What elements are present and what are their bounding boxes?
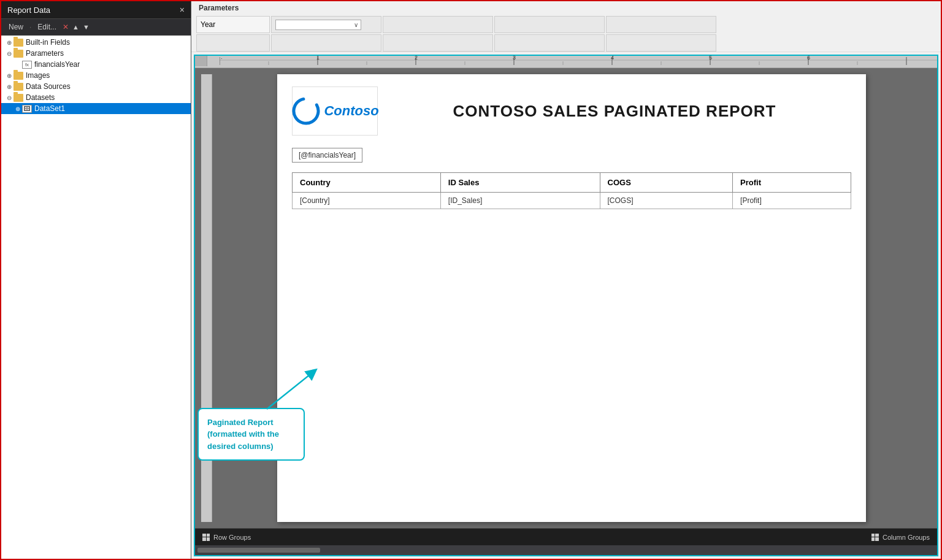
- param-empty-4: [196, 34, 270, 52]
- folder-icon-parameters: [13, 50, 23, 58]
- tree-item-built-in-fields[interactable]: ⊕ Built-in Fields: [1, 37, 191, 48]
- report-title: CONTOSO SALES PAGINATED REPORT: [378, 86, 851, 136]
- tree-item-datasets[interactable]: ⊖ Datasets: [1, 92, 191, 103]
- bottom-bar: Row Groups Column Groups: [195, 528, 937, 545]
- folder-icon-data-sources: [13, 83, 23, 91]
- move-up-icon[interactable]: ▲: [72, 23, 79, 31]
- params-grid: Year ∨: [196, 16, 936, 52]
- ruler-bar: · 1 2 3 4 5 6: [195, 56, 937, 68]
- row-groups-icon: [202, 534, 210, 541]
- year-dropdown-arrow: ∨: [354, 21, 358, 28]
- toggle-datasets[interactable]: ⊖: [5, 94, 13, 101]
- panel-title-text: Report Data: [7, 6, 50, 15]
- tree-item-dataset1[interactable]: ⊕ DataSet1: [1, 103, 191, 114]
- new-button[interactable]: New: [6, 21, 26, 33]
- param-empty-3: [606, 16, 716, 33]
- scroll-thumb[interactable]: [197, 548, 320, 553]
- folder-icon-images: [13, 72, 23, 80]
- panel-toolbar: New · Edit... ✕ ▲ ▼: [1, 19, 191, 36]
- canvas-wrapper: · 1 2 3 4 5 6: [194, 55, 938, 556]
- callout-arrow-svg: [261, 366, 322, 412]
- toggle-images[interactable]: ⊕: [5, 72, 13, 79]
- col-header-profit: Profit: [733, 173, 851, 193]
- col-header-cogs: COGS: [600, 173, 733, 193]
- col-header-country: Country: [293, 173, 441, 193]
- year-dropdown-cell[interactable]: ∨: [271, 16, 381, 33]
- tree-label-financials-year: financialsYear: [34, 60, 80, 69]
- year-label: Year: [201, 20, 215, 29]
- param-empty-7: [494, 34, 605, 52]
- move-down-icon[interactable]: ▼: [83, 23, 90, 31]
- dataset-icon: [22, 105, 32, 113]
- folder-icon-datasets: [13, 94, 23, 102]
- tree-item-parameters[interactable]: ⊖ Parameters: [1, 48, 191, 59]
- tree-label-images: Images: [26, 71, 50, 80]
- toggle-built-in[interactable]: ⊕: [5, 39, 13, 46]
- ruler-svg: · 1 2 3 4 5 6: [220, 56, 937, 66]
- svg-line-24: [267, 372, 313, 409]
- param-empty-6: [383, 34, 493, 52]
- tree-label-dataset1: DataSet1: [34, 104, 65, 113]
- svg-text:2: 2: [415, 56, 418, 61]
- report-header: Contoso CONTOSO SALES PAGINATED REPORT: [292, 86, 851, 136]
- report-page: Contoso CONTOSO SALES PAGINATED REPORT […: [277, 74, 866, 522]
- table-header-row: Country ID Sales COGS Profit: [293, 173, 851, 193]
- svg-text:3: 3: [513, 56, 516, 61]
- delete-icon[interactable]: ✕: [63, 23, 69, 31]
- params-bar-title: Parameters: [196, 4, 936, 12]
- param-icon-financials: fx: [22, 61, 32, 69]
- cell-country: [Country]: [293, 193, 441, 209]
- report-year-row: [@financialsYear]: [292, 148, 851, 163]
- tree-item-data-sources[interactable]: ⊕ Data Sources: [1, 81, 191, 92]
- panel-title-bar: Report Data ×: [1, 1, 191, 19]
- row-groups-label: Row Groups: [202, 534, 251, 541]
- canvas-area: Contoso CONTOSO SALES PAGINATED REPORT […: [195, 68, 937, 528]
- tree-label-built-in: Built-in Fields: [26, 38, 70, 47]
- params-bar: Parameters Year ∨: [191, 1, 941, 52]
- col-header-id-sales: ID Sales: [440, 173, 600, 193]
- col-groups-icon: [871, 534, 879, 541]
- svg-text:6: 6: [807, 56, 810, 61]
- param-empty-5: [271, 34, 381, 52]
- tree-item-images[interactable]: ⊕ Images: [1, 70, 191, 81]
- right-panel: Parameters Year ∨: [191, 1, 941, 559]
- panel-close-button[interactable]: ×: [180, 5, 185, 15]
- toggle-dataset1[interactable]: ⊕: [13, 105, 22, 112]
- svg-text:1: 1: [316, 56, 320, 61]
- table-data-row: [Country] [ID_Sales] [COGS] [Profit]: [293, 193, 851, 209]
- toggle-parameters[interactable]: ⊖: [5, 50, 13, 57]
- tree-label-data-sources: Data Sources: [26, 82, 71, 91]
- callout-container: Paginated Report (formatted with the des…: [197, 408, 305, 461]
- year-dropdown[interactable]: ∨: [275, 20, 361, 30]
- svg-text:5: 5: [709, 56, 712, 61]
- tree-area: ⊕ Built-in Fields ⊖ Parameters fx financ…: [1, 36, 191, 559]
- tree-item-financials-year[interactable]: fx financialsYear: [1, 59, 191, 70]
- ruler-content: · 1 2 3 4 5 6: [207, 56, 937, 66]
- tree-label-datasets: Datasets: [26, 93, 55, 102]
- toggle-data-sources[interactable]: ⊕: [5, 83, 13, 90]
- scroll-strip[interactable]: [195, 545, 937, 555]
- cell-id-sales: [ID_Sales]: [440, 193, 600, 209]
- contoso-logo: Contoso: [291, 96, 378, 126]
- year-label-cell: Year: [196, 16, 270, 33]
- year-param-box: [@financialsYear]: [292, 148, 362, 163]
- contoso-logo-svg: [291, 96, 321, 126]
- svg-text:4: 4: [611, 56, 614, 61]
- edit-button[interactable]: Edit...: [35, 21, 59, 33]
- logo-cell: Contoso: [292, 86, 378, 136]
- param-empty-8: [606, 34, 716, 52]
- folder-icon-built-in: [13, 39, 23, 47]
- cell-cogs: [COGS]: [600, 193, 733, 209]
- left-panel: Report Data × New · Edit... ✕ ▲ ▼ ⊕ Buil…: [1, 1, 191, 559]
- tree-label-parameters: Parameters: [26, 49, 64, 58]
- cell-profit: [Profit]: [733, 193, 851, 209]
- svg-point-23: [291, 96, 321, 126]
- param-empty-2: [494, 16, 605, 33]
- svg-text:·: ·: [221, 56, 223, 61]
- callout-text: Paginated Report (formatted with the des…: [207, 416, 295, 453]
- logo-text: Contoso: [324, 103, 378, 119]
- param-empty-1: [383, 16, 493, 33]
- report-table: Country ID Sales COGS Profit [Country] […: [292, 172, 851, 209]
- column-groups-label: Column Groups: [871, 534, 930, 541]
